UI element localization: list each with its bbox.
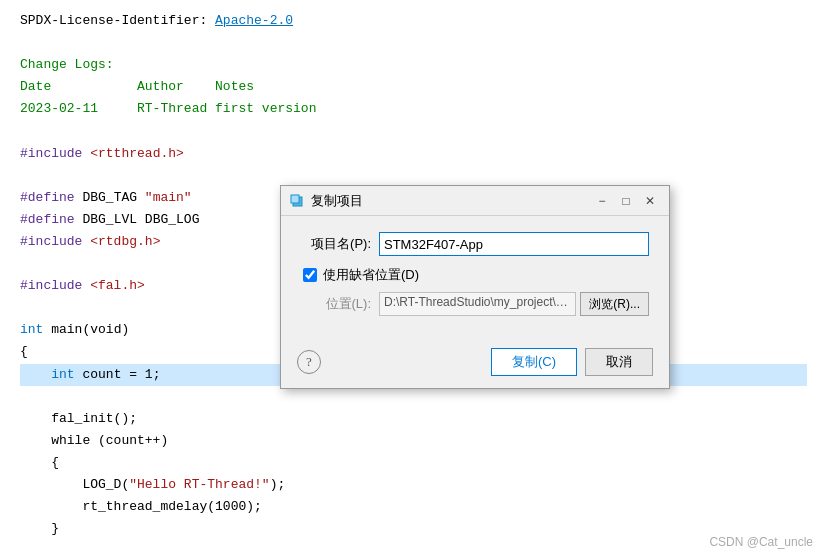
project-name-input[interactable]: [379, 232, 649, 256]
dialog-titlebar: 复制项目 − □ ✕: [281, 186, 669, 216]
copy-project-dialog: 复制项目 − □ ✕ 项目名(P): 使用缺省位置(D) 位置(L): D:: [280, 185, 670, 389]
close-button[interactable]: ✕: [639, 191, 661, 211]
dialog-overlay: 复制项目 − □ ✕ 项目名(P): 使用缺省位置(D) 位置(L): D:: [0, 0, 827, 559]
help-button[interactable]: ?: [297, 350, 321, 374]
cancel-button[interactable]: 取消: [585, 348, 653, 376]
location-path: D:\RT-ThreadStudio\my_project\STM32F407: [379, 292, 576, 316]
dialog-icon: [289, 193, 305, 209]
dialog-title-text: 复制项目: [311, 192, 591, 210]
copy-button[interactable]: 复制(C): [491, 348, 577, 376]
use-default-label: 使用缺省位置(D): [323, 266, 419, 284]
location-row: 位置(L): D:\RT-ThreadStudio\my_project\STM…: [301, 292, 649, 316]
use-default-checkbox[interactable]: [303, 268, 317, 282]
maximize-button[interactable]: □: [615, 191, 637, 211]
dialog-controls: − □ ✕: [591, 191, 661, 211]
location-label: 位置(L):: [301, 295, 371, 313]
dialog-footer: ? 复制(C) 取消: [281, 340, 669, 388]
project-name-row: 项目名(P):: [301, 232, 649, 256]
dialog-body: 项目名(P): 使用缺省位置(D) 位置(L): D:\RT-ThreadStu…: [281, 216, 669, 340]
svg-rect-1: [291, 195, 299, 203]
minimize-button[interactable]: −: [591, 191, 613, 211]
browse-button[interactable]: 浏览(R)...: [580, 292, 649, 316]
project-name-label: 项目名(P):: [301, 235, 371, 253]
use-default-row: 使用缺省位置(D): [301, 266, 649, 284]
